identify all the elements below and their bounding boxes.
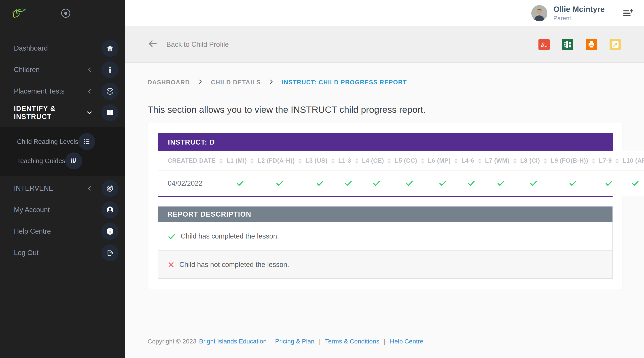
info-icon	[102, 223, 118, 240]
column-header[interactable]: L9 (FO(B-H))	[549, 151, 597, 171]
sort-arrows-icon[interactable]	[544, 158, 547, 164]
lesson-status-cell	[393, 171, 426, 196]
footer-link-help[interactable]: Help Centre	[390, 338, 423, 345]
sidebar-item-my-account[interactable]: My Account	[0, 199, 125, 221]
check-icon	[316, 184, 324, 188]
column-header[interactable]: L1-3	[336, 151, 360, 171]
column-header[interactable]: L10 (AP)	[621, 151, 644, 171]
sidebar-item-child-reading-levels[interactable]: Child Reading Levels	[0, 132, 125, 151]
page-intro-text: This section allows you to view the INST…	[148, 105, 636, 115]
check-icon	[530, 184, 538, 188]
user-info[interactable]: Ollie Mcintyre Parent	[553, 5, 605, 22]
sidebar: Dashboard Children Placement Tests	[0, 0, 125, 358]
record-icon[interactable]	[60, 8, 72, 19]
sidebar-item-placement-tests[interactable]: Placement Tests	[0, 81, 125, 102]
column-header[interactable]: L5 (CC)	[393, 151, 426, 171]
lesson-status-cell	[426, 171, 460, 196]
footer-link-terms[interactable]: Terms & Conditions	[325, 338, 379, 345]
sort-arrows-icon[interactable]	[616, 158, 619, 164]
column-header[interactable]: L4-6	[460, 151, 483, 171]
check-icon	[406, 184, 414, 188]
sort-arrows-icon[interactable]	[219, 158, 223, 164]
report-description-title: REPORT DESCRIPTION	[158, 207, 612, 222]
sidebar-item-intervene[interactable]: INTERVENE	[0, 178, 125, 199]
chevron-right-icon	[268, 79, 274, 86]
description-row: Child has completed the lesson.	[158, 222, 612, 250]
column-header-label: L9 (FO(B-H))	[551, 157, 588, 164]
sidebar-item-label: Child Reading Levels	[17, 138, 78, 145]
footer-separator: |	[384, 338, 385, 345]
lesson-status-cell	[256, 171, 304, 196]
child-icon	[102, 61, 118, 78]
description-text: Child has completed the lesson.	[181, 232, 279, 240]
sidebar-item-dashboard[interactable]: Dashboard	[0, 38, 125, 59]
gauge-icon	[102, 83, 118, 100]
breadcrumb-dashboard[interactable]: DASHBOARD	[148, 79, 190, 86]
column-header[interactable]: L2 (FD(A-H))	[256, 151, 304, 171]
sort-arrows-icon[interactable]	[513, 158, 516, 164]
column-header-label: L1 (MI)	[226, 157, 247, 164]
column-header-label: L1-3	[338, 157, 351, 164]
column-header[interactable]: L3 (US)	[304, 151, 336, 171]
lesson-status-cell	[621, 171, 644, 196]
column-header[interactable]: CREATED DATE	[158, 151, 225, 171]
column-header[interactable]: L1 (MI)	[225, 151, 256, 171]
lesson-status-cell	[597, 171, 621, 196]
books-icon	[65, 152, 82, 169]
pdf-export-icon[interactable]	[538, 39, 550, 50]
print-icon[interactable]	[586, 39, 597, 50]
column-header-label: CREATED DATE	[168, 157, 216, 164]
back-to-child-profile-link[interactable]: Back to Child Profile	[148, 39, 229, 50]
copyright-text: Copyright © 2023	[148, 338, 196, 345]
chevron-left-icon	[86, 185, 93, 192]
sort-arrows-icon[interactable]	[331, 158, 335, 164]
sidebar-item-label: My Account	[14, 206, 50, 214]
column-header[interactable]: L8 (CI)	[518, 151, 549, 171]
check-icon	[168, 232, 176, 240]
main-area: Ollie Mcintyre Parent Back to Child Prof…	[125, 0, 644, 358]
sidebar-item-label: Log Out	[14, 249, 38, 257]
sort-arrows-icon[interactable]	[421, 158, 424, 164]
lesson-status-cell	[225, 171, 256, 196]
sidebar-item-children[interactable]: Children	[0, 59, 125, 81]
footer-link-pricing[interactable]: Pricing & Plan	[275, 338, 314, 345]
chevron-down-icon	[86, 109, 93, 116]
sort-arrows-icon[interactable]	[355, 158, 358, 164]
sort-arrows-icon[interactable]	[388, 158, 391, 164]
sidebar-item-log-out[interactable]: Log Out	[0, 242, 125, 264]
sidebar-item-teaching-guides[interactable]: Teaching Guides	[0, 151, 125, 171]
column-header[interactable]: L7-9	[597, 151, 621, 171]
report-description-table: REPORT DESCRIPTION Child has completed t…	[158, 206, 613, 279]
open-external-icon[interactable]	[610, 39, 621, 50]
chevron-right-icon	[198, 79, 203, 86]
check-icon	[605, 184, 613, 188]
chevron-left-icon	[86, 67, 93, 73]
home-icon	[102, 40, 118, 57]
chevron-left-icon	[86, 88, 93, 95]
add-user-icon[interactable]	[622, 8, 633, 19]
breadcrumb-child-details[interactable]: CHILD DETAILS	[211, 79, 261, 86]
column-header[interactable]: L4 (CE)	[360, 151, 393, 171]
footer-link-company[interactable]: Bright Islands Education	[199, 338, 266, 345]
sort-arrows-icon[interactable]	[298, 158, 302, 164]
lesson-status-cell	[518, 171, 549, 196]
sidebar-item-identify-instruct[interactable]: IDENTIFY & INSTRUCT	[0, 102, 125, 124]
column-header[interactable]: L6 (MP)	[426, 151, 460, 171]
sort-arrows-icon[interactable]	[478, 158, 482, 164]
lesson-status-cell	[336, 171, 360, 196]
created-date-cell: 04/02/2022	[158, 171, 225, 196]
sidebar-item-help-centre[interactable]: Help Centre	[0, 221, 125, 242]
instruct-table: INSTRUCT: D CREATED DATEL1 (MI)L2 (FD(A-…	[158, 133, 613, 197]
sort-arrows-icon[interactable]	[250, 158, 254, 164]
column-header[interactable]: L7 (WM)	[483, 151, 518, 171]
export-toolbar	[538, 39, 621, 50]
hummingbird-logo[interactable]	[10, 6, 27, 21]
sort-arrows-icon[interactable]	[592, 158, 595, 164]
lesson-status-cell	[460, 171, 483, 196]
column-header-label: L7 (WM)	[485, 157, 510, 164]
avatar[interactable]	[531, 5, 548, 21]
breadcrumb-current: INSTRUCT: CHILD PROGRESS REPORT	[282, 79, 407, 86]
sort-arrows-icon[interactable]	[454, 158, 458, 164]
excel-export-icon[interactable]	[562, 39, 573, 50]
back-label: Back to Child Profile	[166, 41, 229, 49]
